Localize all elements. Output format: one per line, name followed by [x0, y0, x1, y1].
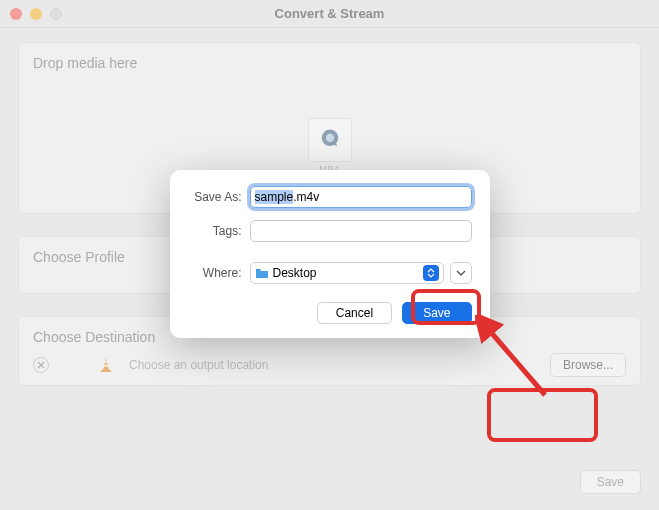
- filename-extension-part: .m4v: [293, 190, 319, 204]
- where-dropdown[interactable]: Desktop: [250, 262, 444, 284]
- cancel-button[interactable]: Cancel: [317, 302, 392, 324]
- sheet-button-row: Cancel Save: [188, 302, 472, 324]
- folder-icon: [255, 268, 269, 279]
- where-value: Desktop: [273, 266, 317, 280]
- main-window: Convert & Stream Drop media here MP4 Cho…: [0, 0, 659, 510]
- save-sheet-dialog: Save As: sample.m4v Tags: Where: Desktop: [170, 170, 490, 338]
- save-as-input[interactable]: sample.m4v: [250, 186, 472, 208]
- expand-save-dialog-button[interactable]: [450, 262, 472, 284]
- save-as-label: Save As:: [188, 190, 250, 204]
- where-row: Where: Desktop: [188, 262, 472, 284]
- save-button[interactable]: Save: [402, 302, 471, 324]
- save-as-row: Save As: sample.m4v: [188, 186, 472, 208]
- where-label: Where:: [188, 266, 250, 280]
- chevron-down-icon: [456, 270, 466, 276]
- tags-label: Tags:: [188, 224, 250, 238]
- tags-row: Tags:: [188, 220, 472, 242]
- tags-input[interactable]: [250, 220, 472, 242]
- filename-selected-part: sample: [255, 190, 294, 204]
- dropdown-arrows-icon: [423, 265, 439, 281]
